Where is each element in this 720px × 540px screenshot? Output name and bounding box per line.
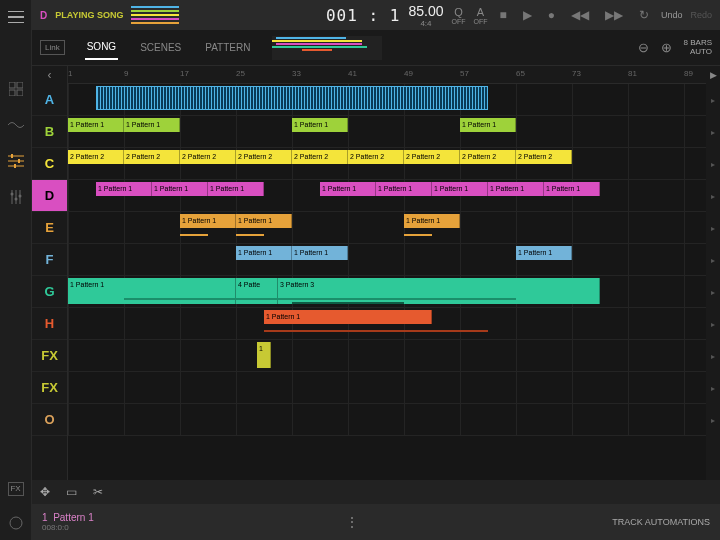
clip[interactable]: 4 Patte xyxy=(236,278,278,304)
expand-track-icon[interactable]: ▸ xyxy=(706,308,720,340)
track-row[interactable]: 1 Pattern 1 xyxy=(68,308,706,340)
clip[interactable] xyxy=(96,86,488,110)
position-counter[interactable]: 001 : 1 xyxy=(326,6,400,25)
expand-track-icon[interactable]: ▸ xyxy=(706,404,720,436)
expand-track-icon[interactable]: ▸ xyxy=(706,340,720,372)
clip[interactable]: 1 Pattern 1 xyxy=(404,214,460,228)
mini-overview[interactable] xyxy=(131,6,179,24)
mixer-icon[interactable] xyxy=(7,152,25,170)
selected-pattern[interactable]: 1 Pattern 1 008:0:0 xyxy=(42,512,94,532)
track-row[interactable]: 1 Pattern 11 Pattern 11 Pattern 11 Patte… xyxy=(68,180,706,212)
play-all-icon[interactable]: ▶ xyxy=(706,66,720,84)
track-label[interactable]: F xyxy=(32,244,67,276)
clip[interactable]: 1 Pattern 1 xyxy=(376,182,432,196)
loop-icon[interactable]: ↻ xyxy=(635,8,653,22)
clip[interactable]: 1 Pattern 1 xyxy=(68,278,236,304)
track-label[interactable]: D xyxy=(32,180,67,212)
quantize-toggle[interactable]: QOFF xyxy=(451,6,465,25)
rewind-icon[interactable]: ◀◀ xyxy=(567,8,593,22)
song-overview[interactable] xyxy=(272,36,382,60)
track-label[interactable]: G xyxy=(32,276,67,308)
expand-track-icon[interactable]: ▸ xyxy=(706,148,720,180)
more-icon[interactable]: ⋮ xyxy=(345,514,361,530)
expand-track-icon[interactable]: ▸ xyxy=(706,212,720,244)
grid-icon[interactable] xyxy=(7,80,25,98)
clip[interactable]: 1 Pattern 1 xyxy=(460,118,516,132)
tab-pattern[interactable]: PATTERN xyxy=(203,36,252,59)
track-label[interactable]: A xyxy=(32,84,67,116)
clip[interactable]: 1 Pattern 1 xyxy=(124,118,180,132)
track-label[interactable]: E xyxy=(32,212,67,244)
fx-icon[interactable]: FX xyxy=(8,482,24,496)
track-row[interactable] xyxy=(68,372,706,404)
clip[interactable]: 2 Pattern 2 xyxy=(348,150,404,164)
track-row[interactable] xyxy=(68,84,706,116)
clip[interactable]: 1 Pattern 1 xyxy=(292,246,348,260)
clip[interactable]: 1 Pattern 1 xyxy=(68,118,124,132)
track-row[interactable]: 1 Pattern 11 Pattern 11 Pattern 1 xyxy=(68,244,706,276)
stop-icon[interactable]: ■ xyxy=(495,8,510,22)
scroll-left-icon[interactable]: ‹ xyxy=(32,66,67,84)
clip[interactable]: 2 Pattern 2 xyxy=(404,150,460,164)
play-icon[interactable]: ▶ xyxy=(519,8,536,22)
track-automations-button[interactable]: TRACK AUTOMATIONS xyxy=(612,517,710,527)
clip[interactable]: 1 Pattern 1 xyxy=(96,182,152,196)
expand-track-icon[interactable]: ▸ xyxy=(706,244,720,276)
clip[interactable]: 1 Pattern 1 xyxy=(292,118,348,132)
track-row[interactable]: 1 Pattern 11 Pattern 11 Pattern 1 xyxy=(68,212,706,244)
clip[interactable]: 1 Pattern 1 xyxy=(236,246,292,260)
tab-song[interactable]: SONG xyxy=(85,35,118,60)
menu-icon[interactable] xyxy=(7,8,25,26)
clip[interactable]: 1 Pattern 1 xyxy=(180,214,236,228)
clip[interactable]: 1 Pattern 1 xyxy=(208,182,264,196)
expand-track-icon[interactable]: ▸ xyxy=(706,116,720,148)
clip[interactable]: 1 Pattern 1 xyxy=(264,310,432,324)
clip[interactable]: 1 xyxy=(257,342,271,368)
track-row[interactable] xyxy=(68,404,706,436)
bpm-display[interactable]: 85.004:4 xyxy=(408,3,443,28)
link-button[interactable]: Link xyxy=(40,40,65,55)
record-icon[interactable] xyxy=(7,514,25,532)
expand-track-icon[interactable]: ▸ xyxy=(706,180,720,212)
cut-tool-icon[interactable]: ✂ xyxy=(93,485,103,499)
clip[interactable]: 2 Pattern 2 xyxy=(460,150,516,164)
track-row[interactable]: 1 Pattern 11 Pattern 11 Pattern 11 Patte… xyxy=(68,116,706,148)
clip[interactable]: 1 Pattern 1 xyxy=(516,246,572,260)
clip[interactable]: 2 Pattern 2 xyxy=(516,150,572,164)
clip[interactable]: 2 Pattern 2 xyxy=(180,150,236,164)
expand-track-icon[interactable]: ▸ xyxy=(706,372,720,404)
arrangement-grid[interactable]: 1917253341495765738189 1 Pattern 11 Patt… xyxy=(68,66,706,480)
clip[interactable]: 2 Pattern 2 xyxy=(68,150,124,164)
track-label[interactable]: C xyxy=(32,148,67,180)
clip[interactable]: 1 Pattern 1 xyxy=(432,182,488,196)
timeline-ruler[interactable]: 1917253341495765738189 xyxy=(68,66,706,84)
sliders-icon[interactable] xyxy=(7,188,25,206)
track-row[interactable]: 2 Pattern 22 Pattern 22 Pattern 22 Patte… xyxy=(68,148,706,180)
tab-scenes[interactable]: SCENES xyxy=(138,36,183,59)
zoom-out-icon[interactable]: ⊖ xyxy=(638,40,649,55)
arp-toggle[interactable]: AOFF xyxy=(473,6,487,25)
record-transport-icon[interactable]: ● xyxy=(544,8,559,22)
clip[interactable]: 1 Pattern 1 xyxy=(488,182,544,196)
expand-track-icon[interactable]: ▸ xyxy=(706,276,720,308)
track-label[interactable]: B xyxy=(32,116,67,148)
clip[interactable]: 1 Pattern 1 xyxy=(320,182,376,196)
expand-track-icon[interactable]: ▸ xyxy=(706,84,720,116)
select-tool-icon[interactable]: ▭ xyxy=(66,485,77,499)
bars-display[interactable]: 8 BARSAUTO xyxy=(684,39,712,57)
clip[interactable]: 3 Pattern 3 xyxy=(278,278,600,304)
pointer-tool-icon[interactable]: ✥ xyxy=(40,485,50,499)
track-label[interactable]: H xyxy=(32,308,67,340)
clip[interactable]: 2 Pattern 2 xyxy=(292,150,348,164)
clip[interactable]: 2 Pattern 2 xyxy=(236,150,292,164)
track-label[interactable]: FX xyxy=(32,372,67,404)
clip[interactable]: 2 Pattern 2 xyxy=(124,150,180,164)
zoom-in-icon[interactable]: ⊕ xyxy=(661,40,672,55)
track-label[interactable]: O xyxy=(32,404,67,436)
clip[interactable]: 1 Pattern 1 xyxy=(236,214,292,228)
forward-icon[interactable]: ▶▶ xyxy=(601,8,627,22)
track-row[interactable]: 1 xyxy=(68,340,706,372)
track-label[interactable]: FX xyxy=(32,340,67,372)
track-row[interactable]: 1 Pattern 14 Patte3 Pattern 3 xyxy=(68,276,706,308)
clip[interactable]: 1 Pattern 1 xyxy=(152,182,208,196)
